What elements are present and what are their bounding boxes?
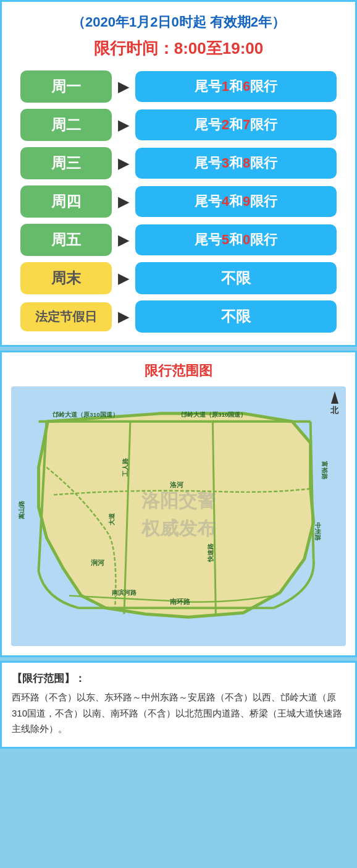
svg-text:邙岭大道（原310国道）: 邙岭大道（原310国道） <box>181 411 246 418</box>
arrow-friday: ▶ <box>118 231 129 249</box>
svg-text:邙岭大道（原310国道）: 邙岭大道（原310国道） <box>52 411 118 418</box>
day-friday: 周五 <box>20 224 112 256</box>
row-tuesday: 周二 ▶ 尾号2和7限行 <box>20 109 337 141</box>
top-section: （2020年1月2日0时起 有效期2年） 限行时间：8:00至19:00 周一 … <box>0 0 357 347</box>
row-friday: 周五 ▶ 尾号5和0限行 <box>20 224 337 256</box>
page-title: （2020年1月2日0时起 有效期2年） <box>14 13 343 32</box>
restriction-tuesday: 尾号2和7限行 <box>135 109 337 140</box>
num1-thursday: 4 <box>222 194 229 209</box>
svg-text:快速路: 快速路 <box>207 543 214 563</box>
restriction-friday: 尾号5和0限行 <box>135 224 337 255</box>
arrow-wednesday: ▶ <box>118 155 129 172</box>
svg-text:洛河: 洛河 <box>170 481 184 488</box>
svg-text:富裕路: 富裕路 <box>321 461 328 480</box>
map-title: 限行范围图 <box>11 362 346 380</box>
arrow-weekend: ▶ <box>118 270 129 287</box>
row-thursday: 周四 ▶ 尾号4和9限行 <box>20 185 337 218</box>
time-bar: 限行时间：8:00至19:00 <box>14 38 343 59</box>
restriction-area-title: 【限行范围】： <box>12 671 345 686</box>
north-arrow-icon <box>331 391 338 404</box>
svg-text:大道: 大道 <box>108 513 115 526</box>
num2-thursday: 9 <box>243 194 250 209</box>
row-wednesday: 周三 ▶ 尾号3和8限行 <box>20 147 337 179</box>
num2-wednesday: 8 <box>243 155 250 171</box>
svg-marker-1 <box>39 414 314 617</box>
row-holiday: 法定节假日 ▶ 不限 <box>20 300 337 333</box>
row-monday: 周一 ▶ 尾号1和6限行 <box>20 70 337 103</box>
restriction-area-text: 西环路（不含）以东、东环路～中州东路～安居路（不含）以西、邙岭大道（原310国道… <box>12 689 345 737</box>
num1-friday: 5 <box>222 232 229 247</box>
day-holiday: 法定节假日 <box>20 302 112 331</box>
day-weekend: 周末 <box>20 262 112 294</box>
num1-monday: 1 <box>222 79 229 94</box>
restriction-holiday: 不限 <box>135 300 337 333</box>
svg-text:南环路: 南环路 <box>170 598 191 605</box>
restriction-monday: 尾号1和6限行 <box>135 71 337 102</box>
north-indicator: 北 <box>330 391 338 416</box>
map-container: 北 <box>11 386 346 646</box>
north-label: 北 <box>330 405 338 416</box>
map-section: 限行范围图 北 <box>0 351 357 657</box>
svg-text:嵩山路: 嵩山路 <box>18 500 25 519</box>
num2-monday: 6 <box>243 79 250 94</box>
day-tuesday: 周二 <box>20 109 112 141</box>
arrow-monday: ▶ <box>118 78 129 95</box>
row-weekend: 周末 ▶ 不限 <box>20 262 337 294</box>
num1-tuesday: 2 <box>222 117 229 132</box>
arrow-tuesday: ▶ <box>118 116 129 134</box>
bottom-section: 【限行范围】： 西环路（不含）以东、东环路～中州东路～安居路（不含）以西、邙岭大… <box>0 661 357 749</box>
arrow-holiday: ▶ <box>118 308 129 325</box>
svg-text:工人路: 工人路 <box>122 457 128 477</box>
map-svg: 邙岭大道（原310国道） 邙岭大道（原310国道） 嵩山路 富裕路 工人路 大道… <box>11 386 346 646</box>
num2-tuesday: 7 <box>243 117 250 132</box>
time-value: 8:00至19:00 <box>174 39 264 57</box>
restriction-table: 周一 ▶ 尾号1和6限行 周二 ▶ 尾号2和7限行 周三 ▶ 尾号3和8限行 周… <box>14 70 343 333</box>
restriction-wednesday: 尾号3和8限行 <box>135 148 337 179</box>
time-label: 限行时间： <box>94 39 174 57</box>
num2-friday: 0 <box>243 232 250 247</box>
day-thursday: 周四 <box>20 185 112 218</box>
svg-text:南滨河路: 南滨河路 <box>112 589 137 596</box>
svg-text:权威发布: 权威发布 <box>141 518 216 538</box>
svg-text:涧河: 涧河 <box>91 559 105 566</box>
day-monday: 周一 <box>20 70 112 103</box>
restriction-thursday: 尾号4和9限行 <box>135 186 337 217</box>
restriction-weekend: 不限 <box>135 262 337 294</box>
arrow-thursday: ▶ <box>118 193 129 210</box>
svg-text:中州路: 中州路 <box>314 522 321 542</box>
svg-text:洛阳交警: 洛阳交警 <box>141 490 216 511</box>
num1-wednesday: 3 <box>222 155 229 171</box>
day-wednesday: 周三 <box>20 147 112 179</box>
